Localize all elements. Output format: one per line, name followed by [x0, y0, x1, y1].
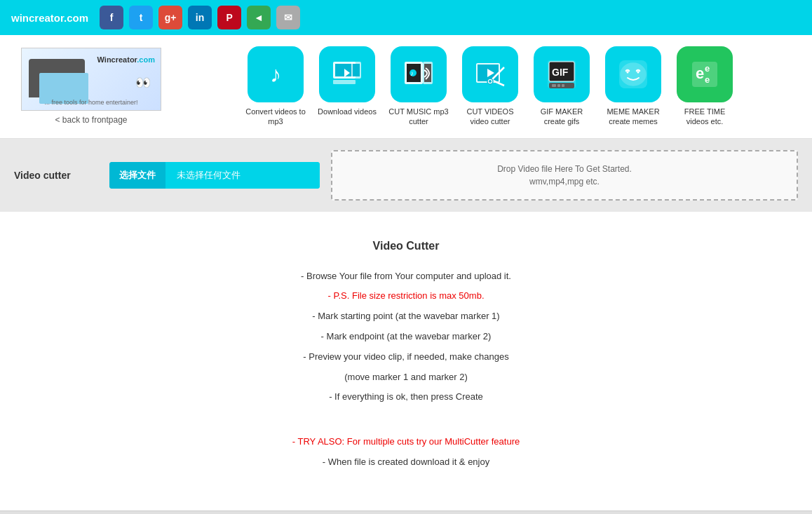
free-time-icon: e e e: [677, 46, 733, 102]
svg-point-28: [627, 72, 629, 74]
meme-maker-label: MEME MAKER create memes: [602, 107, 665, 127]
svg-text:GIF: GIF: [552, 67, 569, 78]
download-videos-nav[interactable]: Download videos: [316, 46, 379, 127]
drop-zone-line1: Drop Video file Here To Get Started.: [344, 163, 785, 175]
instruction-line-4: - Mark endpoint (at the wavebar marker 2…: [161, 330, 651, 344]
facebook-button[interactable]: f: [100, 6, 123, 29]
convert-videos-label: Convert videos to mp3: [244, 107, 307, 127]
file-input-wrapper: 选择文件 未选择任何文件: [109, 162, 320, 189]
eyes-icon: 👀: [135, 75, 151, 90]
drop-zone[interactable]: Drop Video file Here To Get Started. wmv…: [331, 150, 798, 201]
back-to-frontpage-link[interactable]: < back to frontpage: [55, 115, 127, 125]
googleplus-button[interactable]: g+: [158, 6, 182, 29]
svg-point-27: [621, 63, 646, 86]
download-videos-icon: [319, 46, 375, 102]
multicutter-link[interactable]: - TRY ALSO: For multiple cuts try our Mu…: [161, 435, 651, 449]
gif-maker-icon: GIF: [534, 46, 590, 102]
header: Wincreator.com 👀 ... free tools for home…: [0, 35, 812, 139]
cut-videos-label: CUT VIDEOS video cutter: [459, 107, 522, 127]
topbar: wincreator.com f t g+ in P ◄ ✉: [0, 0, 812, 35]
instruction-line-2: - P.S. File size restriction is max 50mb…: [161, 289, 651, 304]
logo-tagline: ... free tools for home entertainer!: [22, 99, 161, 106]
svg-text:♪: ♪: [410, 69, 414, 77]
instruction-line-9: - When file is created download it & enj…: [161, 455, 651, 470]
gif-maker-nav[interactable]: GIF GIF MAKER create gifs: [530, 46, 593, 127]
cut-music-nav[interactable]: ♪ CUT MUSIC mp3 cutter: [387, 46, 450, 127]
share-button[interactable]: ◄: [247, 6, 271, 29]
meme-maker-icon: [605, 46, 661, 102]
gif-maker-label: GIF MAKER create gifs: [530, 107, 593, 127]
cut-music-icon: ♪: [391, 46, 447, 102]
drop-zone-line2: wmv,mp4,mpg etc.: [344, 175, 785, 188]
meme-maker-nav[interactable]: MEME MAKER create memes: [602, 46, 665, 127]
convert-videos-icon: ♪: [248, 46, 304, 102]
logo-text: Wincreator.com 👀: [97, 55, 155, 64]
instruction-line-7: - If everything is ok, then press Create: [161, 390, 651, 405]
linkedin-button[interactable]: in: [188, 6, 212, 29]
nav-icons: ♪ Convert videos to mp3 Download videos: [182, 46, 798, 127]
content-inner: Video Cutter - Browse Your file from You…: [161, 240, 651, 470]
upload-area: Video cutter 选择文件 未选择任何文件 Drop Video fil…: [0, 139, 812, 212]
video-cutter-label: Video cutter: [14, 170, 98, 181]
file-name-display: 未选择任何文件: [165, 162, 320, 189]
svg-rect-24: [557, 84, 560, 87]
logo-area: Wincreator.com 👀 ... free tools for home…: [14, 48, 168, 125]
svg-rect-25: [562, 84, 564, 87]
cut-videos-icon: [462, 46, 518, 102]
svg-text:e: e: [705, 74, 710, 85]
pinterest-button[interactable]: P: [217, 6, 241, 29]
cut-videos-nav[interactable]: CUT VIDEOS video cutter: [459, 46, 522, 127]
laptop-shape: [29, 59, 85, 97]
svg-rect-5: [333, 80, 356, 84]
site-name: wincreator.com: [11, 12, 88, 24]
twitter-button[interactable]: t: [129, 6, 153, 29]
svg-text:e: e: [696, 65, 704, 82]
main-title: Video Cutter: [161, 240, 651, 252]
cut-music-label: CUT MUSIC mp3 cutter: [387, 107, 450, 127]
email-button[interactable]: ✉: [276, 6, 300, 29]
svg-point-18: [489, 80, 492, 83]
free-time-label: FREE TIME videos etc.: [673, 107, 736, 127]
file-choose-button[interactable]: 选择文件: [109, 162, 165, 189]
free-time-nav[interactable]: e e e FREE TIME videos etc.: [673, 46, 736, 127]
instruction-line-1: - Browse Your file from Your computer an…: [161, 269, 651, 284]
download-videos-label: Download videos: [318, 107, 377, 116]
main-content: Video Cutter - Browse Your file from You…: [0, 212, 812, 510]
logo-image: Wincreator.com 👀 ... free tools for home…: [21, 48, 161, 111]
svg-rect-23: [552, 84, 556, 87]
svg-rect-9: [424, 64, 431, 82]
instruction-line-3: - Mark starting point (at the wavebar ma…: [161, 309, 651, 324]
convert-videos-nav[interactable]: ♪ Convert videos to mp3: [244, 46, 307, 127]
svg-rect-3: [353, 64, 360, 76]
instruction-line-5: - Preview your video clip, if needed, ma…: [161, 350, 651, 365]
svg-point-29: [637, 72, 640, 74]
instruction-line-6: (move marker 1 and marker 2): [161, 370, 651, 385]
svg-text:e: e: [705, 63, 710, 74]
footer: [0, 510, 812, 514]
